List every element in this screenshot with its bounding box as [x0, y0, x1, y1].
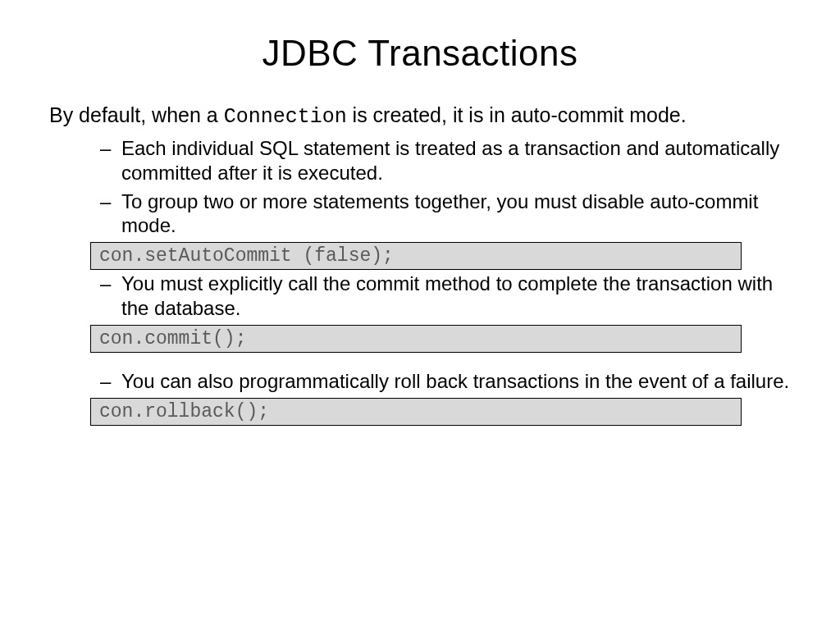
bullet-1: Each individual SQL statement is treated… [121, 136, 791, 185]
intro-paragraph: By default, when a Connection is created… [49, 103, 791, 130]
bullet-2: To group two or more statements together… [121, 189, 791, 238]
bullet-4: You can also programmatically roll back … [121, 369, 791, 393]
bullet-group-2: You must explicitly call the commit meth… [49, 272, 791, 320]
slide-title: JDBC Transactions [49, 33, 791, 74]
intro-suffix: is created, it is in auto-commit mode. [347, 103, 687, 126]
bullet-group-3: You can also programmatically roll back … [49, 369, 791, 393]
spacer [49, 354, 791, 369]
code-box-autocommit: con.setAutoCommit (false); [90, 242, 742, 270]
code-box-rollback: con.rollback(); [90, 398, 742, 426]
intro-code-word: Connection [224, 105, 347, 129]
bullet-3: You must explicitly call the commit meth… [121, 272, 791, 320]
bullet-group-1: Each individual SQL statement is treated… [49, 136, 791, 237]
intro-prefix: By default, when a [49, 103, 224, 126]
code-box-commit: con.commit(); [90, 325, 742, 353]
